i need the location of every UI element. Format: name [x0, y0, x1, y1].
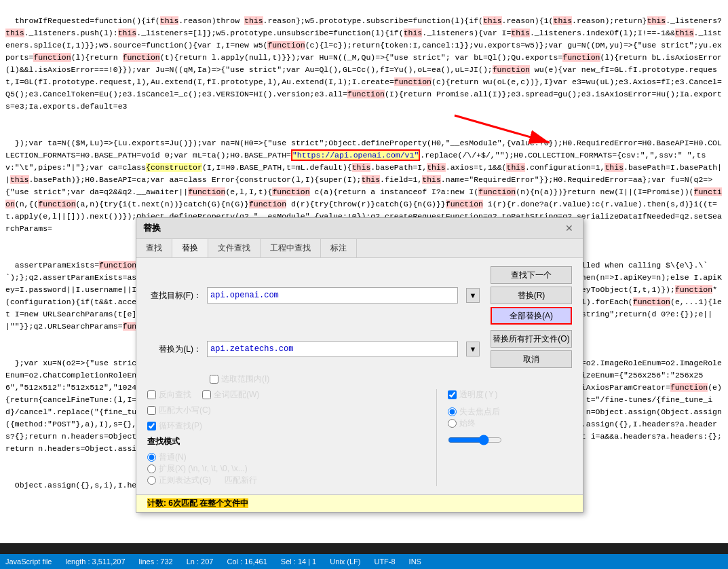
expand-btn[interactable]: ▼: [466, 288, 480, 303]
losing-focus-row: 失去焦点后: [448, 406, 572, 418]
extended-radio[interactable]: [147, 464, 156, 473]
options-left: 反向查找 全词匹配(W) 匹配大小写(C) 循: [147, 389, 436, 486]
whole-word-checkbox[interactable]: [202, 390, 211, 399]
dialog-body: 查找目标(F)： ▼ 查找下一个 替换(R) 全部替换(A) 替换为(L)： ▼…: [136, 258, 583, 494]
dialog-close-button[interactable]: ✕: [562, 223, 576, 234]
extended-mode-row: 扩展(X) (\n, \r, \t, \0, \x...): [147, 463, 436, 475]
extended-label: 扩展(X) (\n, \r, \t, \0, \x...): [159, 463, 248, 475]
replace-input[interactable]: [207, 341, 458, 357]
transparency-section: 透明度(Y) 失去焦点后 始终: [436, 389, 572, 486]
whole-word-option: 全词匹配(W): [202, 389, 259, 401]
scope-btn-container: ▼: [466, 288, 480, 303]
status-length: length : 3,511,207: [65, 557, 125, 566]
scope-checkbox[interactable]: [210, 375, 218, 384]
transparency-row: 透明度(Y): [448, 389, 572, 401]
reverse-checkbox[interactable]: [147, 390, 156, 399]
code-line-1: throwIfRequested=function(){if(this.reas…: [5, 16, 722, 111]
regex-mode-row: 正则表达式(G) 匹配新行: [147, 475, 436, 486]
wrap-option: 循环查找(P): [147, 420, 202, 432]
replace-scope-btn: ▼: [466, 342, 480, 356]
match-case-option: 匹配大小写(C): [147, 405, 211, 416]
status-eol: Unix (LF): [330, 557, 360, 566]
find-label: 查找目标(F)：: [147, 290, 202, 301]
status-lines: lines : 732: [139, 557, 173, 566]
dialog-title-bar: 替换 ✕: [136, 218, 583, 239]
tab-mark[interactable]: 标注: [321, 239, 357, 257]
count-text: 计数: 6次匹配 在整个文件中: [147, 498, 248, 508]
replace-button[interactable]: 替换(R): [491, 287, 572, 304]
status-ln: Ln : 207: [187, 557, 214, 566]
reverse-label: 反向查找: [159, 389, 191, 401]
mode-section-title: 查找模式: [147, 436, 436, 447]
always-radio[interactable]: [448, 419, 457, 428]
replace-expand-btn[interactable]: ▼: [466, 342, 480, 356]
normal-radio[interactable]: [147, 453, 156, 462]
status-col: Col : 16,461: [227, 557, 267, 566]
match-case-checkbox[interactable]: [147, 406, 156, 415]
find-next-button[interactable]: 查找下一个: [491, 266, 572, 284]
options-checkboxes: 反向查找 全词匹配(W): [147, 389, 436, 401]
scope-row: 选取范围内(I): [147, 373, 572, 385]
replace-all-open-button[interactable]: 替换所有打开文件(O): [491, 330, 572, 348]
find-input[interactable]: [207, 287, 458, 304]
dialog-tabs: 查找 替换 文件查找 工程中查找 标注: [136, 239, 583, 258]
normal-mode-row: 普通(N): [147, 452, 436, 463]
status-encoding: UTF-8: [374, 557, 395, 566]
regex-label: 正则表达式(G): [159, 475, 211, 486]
status-sel: Sel : 14 | 1: [281, 557, 316, 566]
wrap-label: 循环查找(P): [159, 420, 202, 432]
losing-focus-radio[interactable]: [448, 407, 457, 416]
options-checkboxes-3: 循环查找(P): [147, 420, 436, 432]
status-ins: INS: [409, 557, 421, 566]
tab-find[interactable]: 查找: [136, 239, 172, 257]
cancel-button[interactable]: 取消: [491, 350, 572, 368]
transparency-checkbox[interactable]: [448, 390, 457, 399]
find-replace-dialog: 替换 ✕ 查找 替换 文件查找 工程中查找 标注 查找目标(F)： ▼ 查找下一…: [136, 217, 583, 513]
slider-container: [448, 435, 572, 445]
reverse-option: 反向查找: [147, 389, 191, 401]
always-label: 始终: [459, 418, 476, 429]
scope-label: 选取范围内(I): [221, 373, 269, 385]
replace-extra-buttons: 替换所有打开文件(O) 取消: [491, 330, 572, 368]
regex-radio[interactable]: [147, 476, 156, 485]
whole-word-label: 全词匹配(W): [214, 389, 259, 401]
status-language: JavaScript file: [5, 557, 52, 566]
transparency-label: 透明度(Y): [459, 389, 499, 401]
always-row: 始终: [448, 418, 572, 429]
find-buttons: 查找下一个 替换(R) 全部替换(A): [491, 266, 572, 325]
status-bar: JavaScript file length : 3,511,207 lines…: [0, 554, 728, 569]
transparency-slider[interactable]: [448, 435, 502, 445]
match-newline-label: 匹配新行: [225, 475, 257, 486]
replace-label: 替换为(L)：: [147, 344, 202, 355]
match-case-label: 匹配大小写(C): [159, 405, 211, 416]
tab-file-find[interactable]: 文件查找: [208, 239, 261, 257]
replace-all-button[interactable]: 全部替换(A): [491, 307, 572, 325]
find-row: 查找目标(F)： ▼ 查找下一个 替换(R) 全部替换(A): [147, 266, 572, 325]
replace-row: 替换为(L)： ▼ 替换所有打开文件(O) 取消: [147, 330, 572, 368]
losing-focus-label: 失去焦点后: [459, 406, 500, 418]
dialog-title: 替换: [143, 222, 161, 234]
options-checkboxes-2: 匹配大小写(C): [147, 405, 436, 416]
tab-project-find[interactable]: 工程中查找: [261, 239, 321, 257]
count-bar: 计数: 6次匹配 在整个文件中: [136, 494, 583, 512]
normal-label: 普通(N): [159, 452, 187, 463]
wrap-checkbox[interactable]: [147, 422, 156, 430]
tab-replace[interactable]: 替换: [172, 239, 208, 257]
